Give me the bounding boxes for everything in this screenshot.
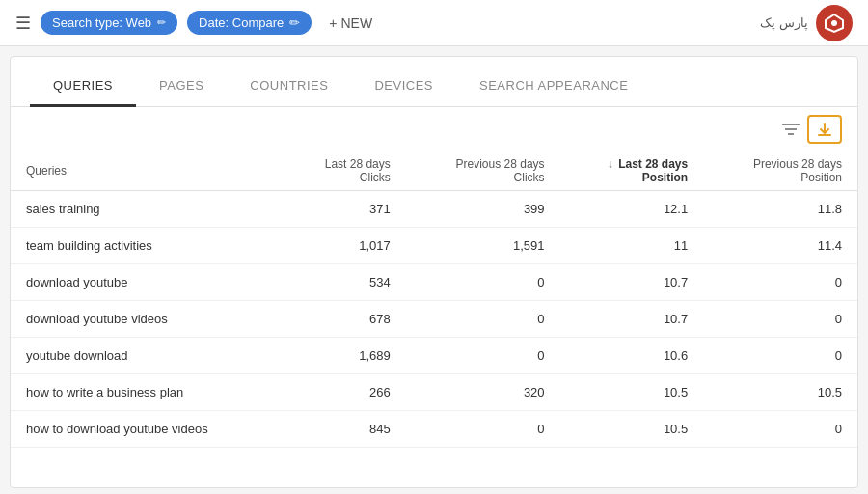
cell-value: 0	[406, 264, 560, 301]
cell-value: 0	[703, 411, 857, 448]
cell-value: 399	[406, 191, 560, 228]
cell-value: 0	[406, 301, 560, 338]
search-type-label: Search type: Web	[52, 15, 151, 30]
pars-pack-logo-svg	[824, 13, 845, 34]
cell-value: 678	[282, 301, 406, 338]
cell-query: sales training	[11, 191, 282, 228]
cell-value: 0	[703, 301, 857, 338]
cell-value: 12.1	[560, 191, 704, 228]
top-bar: ☰ Search type: Web ✏ Date: Compare ✏ + N…	[0, 0, 868, 46]
table-row: how to download youtube videos845010.50	[11, 411, 857, 448]
toolbar-row	[11, 107, 857, 151]
cell-query: how to write a business plan	[11, 374, 282, 411]
table-body: sales training37139912.111.8team buildin…	[11, 191, 857, 448]
col-header-prev28-pos: Previous 28 days Position	[703, 151, 857, 191]
new-label: NEW	[340, 15, 372, 31]
col-header-last28-pos: ↓ Last 28 days Position	[560, 151, 704, 191]
svg-point-1	[831, 20, 837, 26]
cell-value: 0	[703, 338, 857, 374]
date-label: Date: Compare	[199, 15, 284, 30]
main-content: QUERIES PAGES COUNTRIES DEVICES SEARCH A…	[10, 56, 858, 488]
table-row: team building activities1,0171,5911111.4	[11, 228, 857, 264]
tab-search-appearance[interactable]: SEARCH APPEARANCE	[456, 65, 651, 106]
cell-value: 10.5	[560, 374, 704, 411]
tab-pages[interactable]: PAGES	[136, 65, 227, 106]
new-button[interactable]: + NEW	[321, 11, 380, 36]
cell-value: 1,689	[282, 338, 406, 374]
cell-value: 371	[282, 191, 406, 228]
search-type-button[interactable]: Search type: Web ✏	[41, 11, 177, 35]
cell-value: 10.5	[560, 411, 704, 448]
cell-value: 534	[282, 264, 406, 301]
tabs-bar: QUERIES PAGES COUNTRIES DEVICES SEARCH A…	[11, 57, 857, 107]
tab-devices[interactable]: DEVICES	[351, 65, 456, 106]
col-header-queries: Queries	[11, 151, 282, 191]
column-filter-button[interactable]	[782, 123, 800, 136]
cell-value: 11	[560, 228, 704, 264]
cell-value: 0	[406, 411, 560, 448]
cell-value: 10.5	[703, 374, 857, 411]
tab-countries[interactable]: COUNTRIES	[227, 65, 351, 106]
hamburger-icon[interactable]: ☰	[15, 13, 31, 34]
cell-value: 10.7	[560, 264, 704, 301]
filter-lines-icon	[782, 123, 800, 136]
cell-value: 845	[282, 411, 406, 448]
col-header-last28-clicks: Last 28 days Clicks	[282, 151, 406, 191]
table-row: sales training37139912.111.8	[11, 191, 857, 228]
table-row: download youtube534010.70	[11, 264, 857, 301]
cell-query: team building activities	[11, 228, 282, 264]
sort-arrow-icon: ↓	[608, 157, 616, 171]
table-row: download youtube videos678010.70	[11, 301, 857, 338]
tab-queries[interactable]: QUERIES	[30, 65, 136, 106]
plus-icon: +	[329, 15, 337, 31]
table-row: how to write a business plan26632010.510…	[11, 374, 857, 411]
cell-value: 0	[703, 264, 857, 301]
download-button[interactable]	[807, 115, 842, 144]
cell-value: 1,017	[282, 228, 406, 264]
logo-area: پارس پک	[760, 5, 853, 41]
cell-query: youtube download	[11, 338, 282, 374]
download-icon	[817, 122, 832, 137]
cell-query: how to download youtube videos	[11, 411, 282, 448]
cell-query: download youtube	[11, 264, 282, 301]
cell-value: 11.4	[703, 228, 857, 264]
logo-icon	[816, 5, 853, 41]
pencil-icon-search: ✏	[157, 16, 166, 29]
date-compare-button[interactable]: Date: Compare ✏	[187, 11, 312, 35]
col-header-prev28-clicks: Previous 28 days Clicks	[406, 151, 560, 191]
cell-value: 10.6	[560, 338, 704, 374]
cell-query: download youtube videos	[11, 301, 282, 338]
cell-value: 10.7	[560, 301, 704, 338]
cell-value: 0	[406, 338, 560, 374]
queries-table: Queries Last 28 days Clicks Previous 28 …	[11, 151, 857, 448]
top-bar-left: ☰ Search type: Web ✏ Date: Compare ✏ + N…	[15, 11, 380, 36]
table-row: youtube download1,689010.60	[11, 338, 857, 374]
cell-value: 266	[282, 374, 406, 411]
logo-text: پارس پک	[760, 15, 808, 30]
pencil-icon-date: ✏	[289, 15, 300, 30]
table-header-row: Queries Last 28 days Clicks Previous 28 …	[11, 151, 857, 191]
cell-value: 11.8	[703, 191, 857, 228]
cell-value: 320	[406, 374, 560, 411]
cell-value: 1,591	[406, 228, 560, 264]
